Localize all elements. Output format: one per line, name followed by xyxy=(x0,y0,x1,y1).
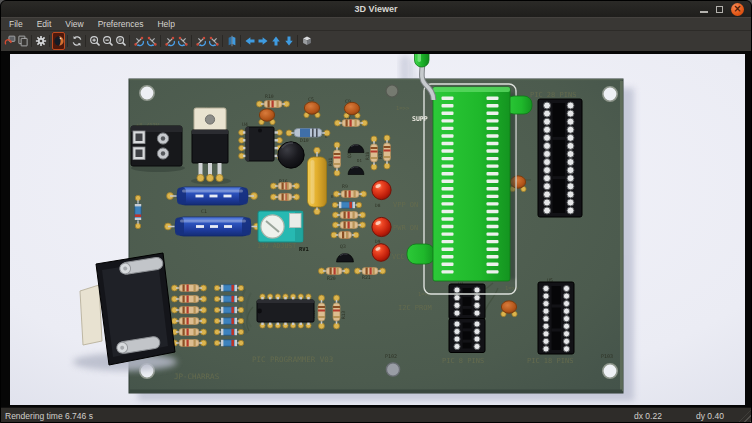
render-options-button[interactable] xyxy=(34,32,47,50)
maximize-button[interactable] xyxy=(716,6,723,13)
zoom-fit-button[interactable] xyxy=(114,32,127,50)
rotate-z-clockwise-button[interactable] xyxy=(194,32,207,50)
dx-status: dx 0.22 xyxy=(634,411,662,421)
silkscreen-label: U4 xyxy=(242,122,248,127)
silkscreen-label: D10 xyxy=(300,138,309,143)
minimize-button[interactable] xyxy=(700,11,708,13)
render-options-icon xyxy=(35,35,47,47)
rotate-z-counterclockwise-icon xyxy=(208,35,220,47)
move-right-icon xyxy=(257,35,269,47)
orthographic-projection-button[interactable] xyxy=(300,32,313,50)
flip-board-button[interactable] xyxy=(225,32,238,50)
flip-board-icon xyxy=(226,35,238,47)
zoom-fit-icon xyxy=(115,35,127,47)
menu-item-help[interactable]: Help xyxy=(150,18,181,31)
resize-grip[interactable] xyxy=(739,410,751,422)
toolbar-separator xyxy=(67,35,68,47)
silkscreen-label: JP-CHARRAS xyxy=(174,372,220,381)
silkscreen-label: D8 xyxy=(375,203,381,208)
rotate-x-clockwise-button[interactable] xyxy=(132,32,145,50)
move-up-icon xyxy=(270,35,282,47)
silkscreen-label: PWR ON xyxy=(393,224,418,232)
redraw-button[interactable] xyxy=(70,32,83,50)
silkscreen-label: R18 xyxy=(365,152,370,160)
window-title: 3D Viewer xyxy=(355,4,398,14)
menu-item-preferences[interactable]: Preferences xyxy=(91,18,151,31)
silkscreen-label: Q3 xyxy=(340,244,346,249)
menubar: FileEditViewPreferencesHelp xyxy=(1,17,751,30)
orthographic-projection-icon xyxy=(301,35,313,47)
silkscreen-label: 1=>> xyxy=(396,105,410,111)
rotate-y-counterclockwise-icon xyxy=(177,35,189,47)
rotate-x-clockwise-icon xyxy=(133,35,145,47)
rotate-z-clockwise-icon xyxy=(195,35,207,47)
toolbar-separator xyxy=(240,35,241,47)
rotate-y-counterclockwise-button[interactable] xyxy=(176,32,189,50)
silkscreen-label: R20 xyxy=(327,276,336,281)
toolbar-separator xyxy=(222,35,223,47)
reload-board-icon xyxy=(4,35,16,47)
toolbar-separator xyxy=(297,35,298,47)
window-controls: × xyxy=(700,1,744,17)
rotate-y-clockwise-button[interactable] xyxy=(163,32,176,50)
silkscreen-label: PIC 28 PINS xyxy=(530,91,576,99)
menu-item-view[interactable]: View xyxy=(58,18,90,31)
silkscreen-label: PIC 8 PINS xyxy=(442,357,484,365)
silkscreen-label: P103 xyxy=(601,353,613,359)
move-up-button[interactable] xyxy=(269,32,282,50)
close-icon: × xyxy=(733,4,741,14)
silkscreen-label: D9 xyxy=(375,239,381,244)
copy-image-button[interactable] xyxy=(16,32,29,50)
zoom-in-icon xyxy=(89,35,101,47)
statusbar: Rendering time 6.746 s dx 0.22 dy 0.40 xyxy=(1,407,751,422)
zoom-out-button[interactable] xyxy=(101,32,114,50)
toolbar-separator xyxy=(129,35,130,47)
move-right-button[interactable] xyxy=(256,32,269,50)
menu-item-edit[interactable]: Edit xyxy=(30,18,59,31)
zoom-out-icon xyxy=(102,35,114,47)
silkscreen-label: C5 xyxy=(308,97,314,102)
move-down-icon xyxy=(283,35,295,47)
silkscreen-label: P102 xyxy=(385,353,397,359)
reload-board-button[interactable] xyxy=(3,32,16,50)
titlebar[interactable]: 3D Viewer × xyxy=(1,1,751,17)
silkscreen-label: VPP ON xyxy=(393,201,418,209)
move-down-button[interactable] xyxy=(282,32,295,50)
pcb-3d-render[interactable]: +8 /12V1=>>1=>>PIC 28 PINSVPP ONPWR ONVC… xyxy=(10,54,745,405)
move-left-icon xyxy=(244,35,256,47)
silkscreen-label: C1 xyxy=(201,209,207,214)
copy-image-icon xyxy=(17,35,29,47)
raytracing-button[interactable] xyxy=(52,32,65,50)
3d-viewer-window: 3D Viewer × FileEditViewPreferencesHelp xyxy=(0,0,752,423)
viewport-frame: +8 /12V1=>>1=>>PIC 28 PINSVPP ONPWR ONVC… xyxy=(1,51,751,407)
silkscreen-label: I2C PROM xyxy=(398,304,432,312)
toolbar-separator xyxy=(160,35,161,47)
silkscreen-label: R11 xyxy=(328,158,333,166)
rotate-x-counterclockwise-button[interactable] xyxy=(145,32,158,50)
close-button[interactable]: × xyxy=(731,3,744,16)
dy-status: dy 0.40 xyxy=(696,411,724,421)
silkscreen-label: R21 xyxy=(362,275,371,280)
silkscreen-label: R17 xyxy=(378,151,383,159)
rotate-z-counterclockwise-button[interactable] xyxy=(207,32,220,50)
zoom-in-button[interactable] xyxy=(88,32,101,50)
silkscreen-label: RV1 xyxy=(299,246,310,252)
rotate-x-counterclockwise-icon xyxy=(146,35,158,47)
toolbar-separator xyxy=(49,35,50,47)
toolbar-separator xyxy=(31,35,32,47)
silkscreen-label: PIC PROGRAMMER V03 xyxy=(252,355,333,364)
redraw-icon xyxy=(71,35,83,47)
rotate-y-clockwise-icon xyxy=(164,35,176,47)
silkscreen-label: D1 xyxy=(357,158,362,163)
silkscreen-label: R13 xyxy=(341,311,346,319)
silkscreen-label: 13V ADJUST xyxy=(257,242,296,250)
raytracing-icon xyxy=(53,35,65,47)
menu-item-file[interactable]: File xyxy=(2,18,30,31)
toolbar-separator xyxy=(85,35,86,47)
silkscreen-label: R10 xyxy=(265,94,274,99)
toolbar-separator xyxy=(191,35,192,47)
move-left-button[interactable] xyxy=(243,32,256,50)
3d-canvas[interactable]: +8 /12V1=>>1=>>PIC 28 PINSVPP ONPWR ONVC… xyxy=(10,54,745,405)
silkscreen-label: Q2 xyxy=(347,152,352,158)
silkscreen-label: R9 xyxy=(342,184,348,189)
